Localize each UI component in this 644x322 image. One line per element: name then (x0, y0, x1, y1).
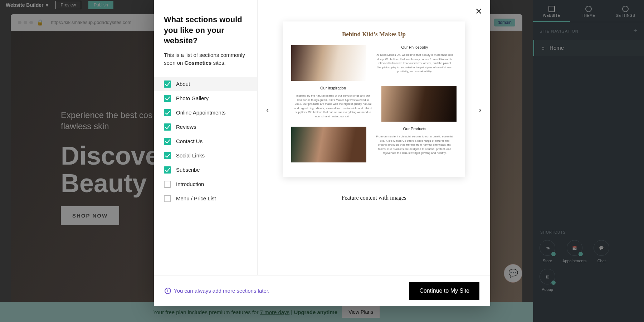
upgrade-link[interactable]: Upgrade anytime (294, 309, 337, 315)
continue-button[interactable]: Continue to My Site (409, 282, 479, 300)
sections-modal: ✕ What sections would you like on your w… (154, 0, 490, 306)
rail-tabs: WEBSITE THEME SETTINGS (533, 0, 644, 22)
calendar-icon: 📅 (572, 246, 577, 250)
chevron-left-icon: ‹ (266, 106, 269, 115)
view-plans-button[interactable]: View Plans (342, 306, 380, 318)
modal-left-panel: What sections would you like on your web… (154, 0, 258, 275)
checkbox[interactable] (164, 166, 171, 174)
section-row-photo-gallery[interactable]: Photo Gallery (154, 91, 257, 106)
chat-bubble[interactable]: 💬 (504, 264, 522, 283)
preview-row-text: Inspired by the natural beauty of our su… (291, 94, 375, 119)
plus-icon[interactable]: + (633, 27, 638, 35)
chevron-right-icon: › (479, 106, 481, 115)
preview-row-text: At Kiki's Makes Up, we believe that beau… (373, 53, 457, 74)
prev-arrow[interactable]: ‹ (261, 104, 274, 117)
shortcut-chat[interactable]: 💬Chat (594, 240, 609, 263)
checkbox[interactable] (164, 195, 171, 202)
section-label: About (176, 81, 190, 87)
section-label: Social Links (176, 152, 205, 158)
tab-theme[interactable]: THEME (570, 4, 607, 22)
section-label: Menu / Price List (176, 195, 216, 201)
checkbox[interactable] (164, 123, 171, 131)
preview-row-heading: Our Products (373, 127, 457, 131)
home-icon: ⌂ (541, 45, 545, 51)
checkbox[interactable] (164, 80, 171, 88)
modal-subtext: This is a list of sections commonly seen… (154, 51, 257, 77)
preview-card: Behind Kiki's Makes Up Our PhilosophyAt … (283, 21, 465, 177)
brand-label: Website Builder (6, 2, 44, 8)
checkbox[interactable] (164, 109, 171, 116)
chevron-down-icon: ▾ (46, 2, 48, 8)
tab-settings[interactable]: SETTINGS (607, 4, 644, 22)
banner-text: Your free plan includes premium features… (153, 309, 337, 315)
section-row-contact-us[interactable]: Contact Us (154, 134, 257, 148)
shortcut-store[interactable]: 🛍Store (540, 240, 555, 263)
shortcut-popup[interactable]: ◧Popup (540, 269, 555, 292)
info-note: i You can always add more sections later… (165, 288, 269, 294)
preview-caption: Feature content with images (283, 195, 465, 201)
chat-icon: 💬 (508, 269, 518, 278)
preview-row-text: From our nutrient-rich facial serums to … (373, 135, 457, 155)
section-label: Contact Us (176, 138, 203, 144)
popup-icon: ◧ (546, 274, 549, 279)
checkbox[interactable] (164, 138, 171, 145)
section-row-subscribe[interactable]: Subscribe (154, 163, 257, 177)
domain-pill[interactable]: domain (494, 19, 515, 26)
preview-button[interactable]: Preview (55, 1, 82, 9)
section-row-menu-price-list[interactable]: Menu / Price List (154, 191, 257, 206)
tab-website[interactable]: WEBSITE (533, 4, 570, 22)
publish-button[interactable]: Publish (88, 1, 113, 9)
preview-image (381, 86, 457, 122)
section-row-about[interactable]: About (154, 77, 257, 91)
preview-image (291, 45, 366, 81)
brand[interactable]: Website Builder▾ (6, 2, 48, 8)
info-icon: i (165, 288, 171, 294)
preview-image (291, 127, 366, 162)
site-nav-header: SITE NAVIGATION + (533, 22, 644, 40)
shortcut-appointments[interactable]: 📅Appointments (562, 240, 586, 263)
info-text: You can always add more sections later. (174, 288, 269, 294)
shortcuts-header: SHORTCUTS (533, 224, 644, 238)
section-label: Photo Gallery (176, 95, 209, 101)
checkbox[interactable] (164, 181, 171, 188)
next-arrow[interactable]: › (474, 104, 487, 117)
window-dots (18, 21, 33, 24)
section-row-social-links[interactable]: Social Links (154, 148, 257, 163)
store-icon: 🛍 (546, 246, 550, 250)
address-bar: https://kikismakesup.godaddysites.com (51, 20, 131, 25)
right-rail: WEBSITE THEME SETTINGS SITE NAVIGATION +… (533, 0, 644, 322)
section-label: Reviews (176, 124, 196, 130)
section-label: Online Appointments (176, 109, 225, 116)
chat-icon: 💬 (599, 246, 604, 250)
checkbox[interactable] (164, 152, 171, 159)
nav-home-label: Home (550, 45, 564, 51)
section-row-reviews[interactable]: Reviews (154, 120, 257, 134)
shop-now-button[interactable]: SHOP NOW (61, 206, 119, 225)
section-label: Introduction (176, 181, 204, 187)
checkbox[interactable] (164, 95, 171, 102)
modal-heading: What sections would you like on your web… (154, 14, 257, 51)
preview-title: Behind Kiki's Makes Up (291, 31, 457, 38)
section-list: AboutPhoto GalleryOnline AppointmentsRev… (154, 77, 257, 206)
nav-home[interactable]: ⌂ Home (533, 40, 644, 56)
preview-row-heading: Our Philosophy (373, 45, 457, 49)
preview-row-heading: Our Inspiration (291, 86, 375, 90)
section-row-online-appointments[interactable]: Online Appointments (154, 106, 257, 120)
section-label: Subscribe (176, 167, 200, 173)
days-link[interactable]: 7 more days (260, 309, 290, 315)
lock-icon: 🔒 (36, 19, 44, 26)
modal-footer: i You can always add more sections later… (154, 275, 490, 306)
section-row-introduction[interactable]: Introduction (154, 177, 257, 191)
modal-preview-panel: ‹ › Behind Kiki's Makes Up Our Philosoph… (258, 0, 490, 275)
